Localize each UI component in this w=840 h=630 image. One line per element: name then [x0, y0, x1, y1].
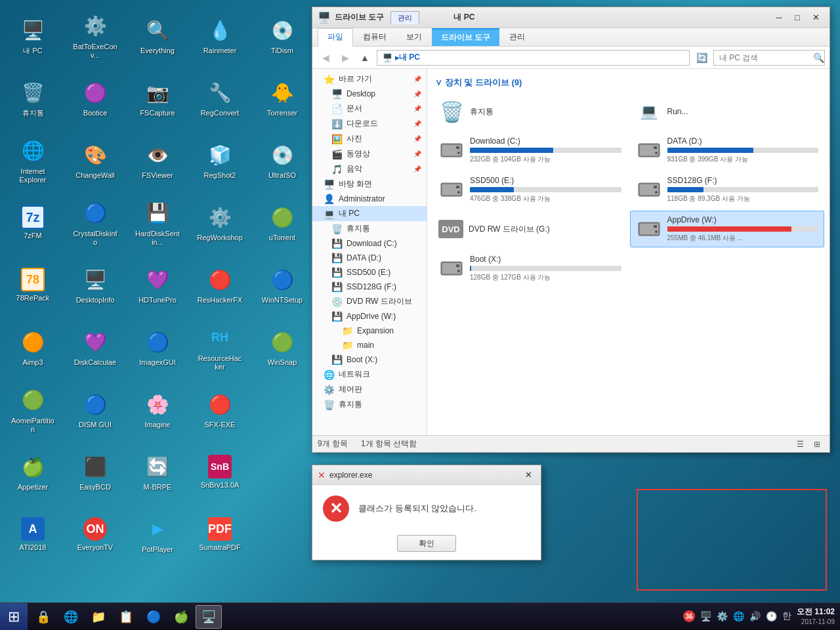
sidebar-item-documents[interactable]: 📄 문서 📌: [312, 101, 427, 116]
sidebar-item-ssd128[interactable]: 💾 SSD128G (F:): [312, 280, 427, 294]
tray-icon-input[interactable]: 한: [781, 609, 793, 623]
sidebar-item-recycle-side[interactable]: 🗑️ 휴지통: [312, 221, 427, 236]
icon-rainmeter[interactable]: 💧 Rainmeter: [194, 7, 246, 66]
drive-recycle[interactable]: 🗑️ 휴지통: [432, 94, 627, 129]
active-ribbon-tab[interactable]: 관리: [390, 11, 419, 24]
taskbar-btn-4[interactable]: 📋: [113, 605, 139, 629]
sidebar-item-my-pc[interactable]: 💻 내 PC: [312, 206, 427, 221]
icon-hdtune[interactable]: 💜 HDTunePro: [131, 256, 184, 315]
minimize-button[interactable]: ─: [770, 11, 788, 24]
icon-imagex[interactable]: 🔵 ImagexGUI: [131, 318, 184, 377]
drive-w[interactable]: AppDrive (W:) 255MB 중 46.1MB 사용 ...: [630, 211, 825, 247]
taskbar-btn-6[interactable]: 🍏: [168, 605, 194, 629]
search-input[interactable]: [713, 50, 825, 66]
dialog-ok-button[interactable]: 확인: [397, 535, 456, 552]
tab-drive-tools[interactable]: 드라이브 도구: [432, 28, 499, 46]
icon-regworkshop[interactable]: ⚙️ RegWorkshop: [194, 194, 246, 253]
tab-computer[interactable]: 컴퓨터: [353, 28, 396, 46]
drive-c[interactable]: Download (C:) 232GB 중 104GB 사용 가능: [432, 132, 627, 169]
sidebar-item-control[interactable]: ⚙️ 제어판: [312, 382, 427, 397]
icon-diskcalc[interactable]: 💜 DiskCalculae: [69, 318, 121, 377]
start-button[interactable]: ⊞: [0, 603, 28, 631]
icon-sumatra[interactable]: PDF SumatraPDF: [194, 505, 246, 564]
icon-crystaldisk[interactable]: 🔵 CrystalDiskinfo: [69, 194, 121, 253]
icon-repack[interactable]: 78 78RePack: [7, 256, 59, 315]
drive-run[interactable]: 💻 Run...: [630, 94, 825, 129]
icon-dism[interactable]: 🔵 DISM GUI: [69, 381, 121, 440]
tray-icon-1[interactable]: 🖥️: [699, 610, 713, 623]
icon-reshack[interactable]: 🔴 ResHackerFX: [194, 256, 246, 315]
tab-view[interactable]: 보기: [396, 28, 432, 46]
icon-fscapture[interactable]: 📷 FSCapture: [131, 69, 184, 128]
dialog-close-button[interactable]: ✕: [521, 469, 536, 481]
icon-ie[interactable]: 🌐 Internet Explorer: [7, 131, 59, 190]
icon-changewall[interactable]: 🎨 ChangeWall: [69, 131, 121, 190]
icon-potplayer[interactable]: ▶ PotPlayer: [131, 505, 184, 564]
sidebar-item-data-d[interactable]: 💾 DATA (D:): [312, 251, 427, 265]
forward-button[interactable]: ▶: [337, 50, 353, 66]
taskbar-btn-explorer[interactable]: 🖥️: [196, 605, 222, 629]
drive-e[interactable]: SSD500 (E:) 476GB 중 338GB 사용 가능: [432, 171, 627, 208]
icon-winsnap[interactable]: 🟢 WinSnap: [256, 318, 308, 377]
icon-snbrv[interactable]: SnB SnBrv13.0A: [194, 443, 246, 502]
icon-resourcehack[interactable]: RH ResourceHacker: [194, 318, 246, 377]
tray-icon-2[interactable]: ⚙️: [715, 610, 729, 623]
sidebar-item-main[interactable]: 📁 main: [312, 338, 427, 352]
tab-file[interactable]: 파일: [318, 28, 353, 47]
icon-everyontv[interactable]: ON EveryonTV: [69, 505, 121, 564]
icon-easybcd[interactable]: ⬛ EasyBCD: [69, 443, 121, 502]
icon-desktopinfo[interactable]: 🖥️ DesktopInfo: [69, 256, 121, 315]
sidebar-item-dl-c[interactable]: 💾 Download (C:): [312, 236, 427, 251]
taskbar-btn-3[interactable]: 📁: [85, 605, 112, 629]
refresh-button[interactable]: 🔄: [694, 50, 709, 66]
sidebar-item-admin[interactable]: 👤 Administrator: [312, 192, 427, 206]
close-button[interactable]: ✕: [807, 11, 824, 24]
up-button[interactable]: ▲: [357, 50, 373, 66]
sidebar-item-pictures[interactable]: 🖼️ 사진 📌: [312, 131, 427, 146]
icon-regconvert[interactable]: 🔧 RegConvert: [194, 69, 246, 128]
sidebar-item-downloads[interactable]: ⬇️ 다운로드 📌: [312, 116, 427, 131]
icon-fsviewer[interactable]: 👁️ FSViewer: [131, 131, 184, 190]
drive-x[interactable]: Boot (X:) 128GB 중 127GB 사용 가능: [432, 250, 627, 287]
icon-7zfm[interactable]: 7z 7zFM: [7, 194, 59, 253]
drive-g[interactable]: DVD DVD RW 드라이브 (G:): [432, 211, 627, 247]
sidebar-item-music[interactable]: 🎵 음악 📌: [312, 161, 427, 177]
icon-aimp3[interactable]: 🟠 Aimp3: [7, 318, 59, 377]
sidebar-item-dvd-g[interactable]: 💿 DVD RW 드라이브: [312, 294, 427, 309]
icon-mbrpe[interactable]: 🔄 M-BRPE: [131, 443, 184, 502]
sidebar-item-quick-access[interactable]: ⭐ 바르 가기 📌: [312, 72, 427, 87]
icon-aomei[interactable]: 🟢 AomeiPartition: [7, 381, 59, 440]
icon-everything[interactable]: 🔍 Everything: [131, 7, 184, 66]
icon-tidism[interactable]: 💿 TiDism: [256, 7, 308, 66]
back-button[interactable]: ◀: [318, 50, 333, 66]
icon-battoexe[interactable]: ⚙️ BatToExeConv...: [69, 7, 121, 66]
icon-torrenser[interactable]: 🐥 Torrenser: [256, 69, 308, 128]
icon-recycle[interactable]: 🗑️ 휴지통: [7, 69, 59, 128]
grid-view-button[interactable]: ⊞: [810, 438, 824, 451]
tray-icon-sound[interactable]: 🔊: [748, 610, 762, 623]
sidebar-item-app-w[interactable]: 💾 AppDrive (W:): [312, 309, 427, 324]
icon-bootice[interactable]: 🟣 Bootice: [69, 69, 121, 128]
drive-f[interactable]: SSD128G (F:) 118GB 중 89.3GB 사용 가능: [630, 171, 825, 208]
address-path[interactable]: 🖥️ ▸ 내 PC: [377, 50, 690, 66]
clock[interactable]: 오전 11:02 2017-11-09: [797, 606, 835, 627]
sidebar-item-ssd500[interactable]: 💾 SSD500 (E:): [312, 265, 427, 280]
drive-d[interactable]: DATA (D:) 931GB 중 399GB 사용 가능: [630, 132, 825, 169]
sidebar-item-videos[interactable]: 🎬 동영상 📌: [312, 146, 427, 161]
taskbar-btn-1[interactable]: 🔒: [30, 605, 56, 629]
icon-regshot[interactable]: 🧊 RegShot2: [194, 131, 246, 190]
taskbar-btn-2[interactable]: 🌐: [58, 605, 84, 629]
icon-appetizer[interactable]: 🍏 Appetizer: [7, 443, 59, 502]
maximize-button[interactable]: □: [789, 11, 806, 24]
icon-ultraiso[interactable]: 💿 UltraISO: [256, 131, 308, 190]
icon-imagine[interactable]: 🌸 Imagine: [131, 381, 184, 440]
icon-ati2018[interactable]: A ATI2018: [7, 505, 59, 564]
sidebar-item-network[interactable]: 🌐 네트워크: [312, 367, 427, 382]
sidebar-item-bg[interactable]: 🖥️ 바탕 화면: [312, 177, 427, 192]
sidebar-item-recycle2[interactable]: 🗑️ 휴지통: [312, 397, 427, 412]
icon-harddisk[interactable]: 💾 HardDiskSentin...: [131, 194, 184, 253]
taskbar-btn-5[interactable]: 🔵: [140, 605, 167, 629]
icon-utorrent[interactable]: 🟢 uTorrent: [256, 194, 308, 253]
tray-icon-network[interactable]: 🌐: [732, 610, 746, 623]
sidebar-item-desktop[interactable]: 🖥️ Desktop 📌: [312, 87, 427, 101]
